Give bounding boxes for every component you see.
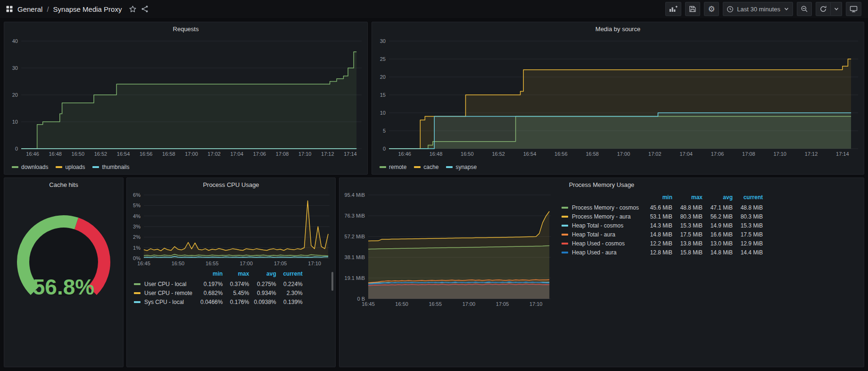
- add-panel-button[interactable]: [665, 2, 681, 16]
- navbar: General / Synapse Media Proxy ⚙ Last 30 …: [0, 0, 868, 18]
- series-label: thumbnails: [102, 164, 129, 170]
- legend-column-header-avg[interactable]: avg: [251, 270, 278, 279]
- series-color-dash: [562, 234, 568, 236]
- svg-text:2%: 2%: [133, 234, 141, 240]
- legend-column-header-min[interactable]: min: [645, 193, 675, 203]
- series-color-dash: [562, 225, 568, 227]
- panel-process-memory-usage: Process Memory Usage 0 B19.1 MiB38.1 MiB…: [339, 177, 864, 367]
- legend-column-header-current[interactable]: current: [735, 193, 765, 203]
- save-dashboard-button[interactable]: [685, 2, 700, 16]
- legend-scrollbar[interactable]: [331, 272, 333, 291]
- panel-title[interactable]: Process Memory Usage: [339, 178, 864, 191]
- legend-value-min: 12.8 MiB: [645, 248, 675, 257]
- series-label[interactable]: Process Memory - aura: [559, 212, 645, 221]
- series-label[interactable]: User CPU - remote: [132, 288, 198, 297]
- svg-text:16:58: 16:58: [162, 151, 175, 157]
- panel-title[interactable]: Process CPU Usage: [127, 178, 335, 191]
- legend-value-avg: 0.934%: [251, 288, 278, 297]
- legend-item[interactable]: synapse: [446, 164, 477, 170]
- star-icon[interactable]: [129, 5, 137, 13]
- svg-text:5%: 5%: [133, 202, 141, 208]
- media-by-source-chart[interactable]: 05101520253016:4616:4816:5016:5216:5416:…: [375, 36, 862, 158]
- panel-process-cpu-usage: Process CPU Usage 0%1%2%3%4%5%6%16:4516:…: [126, 177, 336, 367]
- svg-text:56.8%: 56.8%: [33, 275, 94, 299]
- memory-legend-table: minmaxavgcurrentProcess Memory - cosmos4…: [559, 193, 765, 257]
- legend-value-max: 0.374%: [225, 279, 251, 288]
- svg-text:17:10: 17:10: [529, 301, 543, 307]
- legend-value-avg: 0.275%: [251, 279, 278, 288]
- svg-text:16:46: 16:46: [398, 151, 411, 157]
- svg-text:16:46: 16:46: [26, 151, 39, 157]
- legend-table-row: Sys CPU - local0.0466%0.176%0.0938%0.139…: [132, 297, 305, 306]
- legend-column-header-max[interactable]: max: [675, 193, 705, 203]
- series-label[interactable]: User CPU - local: [132, 279, 198, 288]
- svg-text:6%: 6%: [133, 192, 141, 198]
- legend-value-max: 15.8 MiB: [675, 248, 705, 257]
- legend-value-max: 15.3 MiB: [675, 221, 705, 230]
- legend-table-row: Heap Total - cosmos14.3 MiB15.3 MiB14.9 …: [559, 221, 765, 230]
- legend-value-avg: 47.1 MiB: [705, 203, 735, 212]
- kiosk-mode-button[interactable]: [846, 2, 861, 16]
- svg-text:17:10: 17:10: [298, 151, 312, 157]
- panel-title[interactable]: Media by source: [372, 22, 864, 35]
- refresh-button[interactable]: [816, 2, 831, 16]
- cpu-legend-table: minmaxavgcurrentUser CPU - local0.197%0.…: [132, 270, 305, 306]
- legend-item[interactable]: remote: [380, 164, 406, 170]
- legend-table-row: Process Memory - aura53.1 MiB80.3 MiB56.…: [559, 212, 765, 221]
- refresh-interval-dropdown[interactable]: [831, 2, 842, 16]
- svg-text:30: 30: [380, 38, 386, 44]
- svg-text:4%: 4%: [133, 213, 141, 219]
- series-label[interactable]: Sys CPU - local: [132, 297, 198, 306]
- legend-value-max: 80.3 MiB: [675, 212, 705, 221]
- series-label[interactable]: Heap Used - cosmos: [559, 239, 645, 248]
- share-icon[interactable]: [141, 5, 149, 13]
- series-label: remote: [389, 164, 406, 170]
- legend-item[interactable]: thumbnails: [92, 164, 129, 170]
- legend-column-header-current[interactable]: current: [279, 270, 305, 279]
- panel-title[interactable]: Requests: [4, 22, 367, 35]
- legend-column-header-avg[interactable]: avg: [705, 193, 735, 203]
- dashboard-settings-button[interactable]: ⚙: [704, 2, 719, 16]
- panel-requests: Requests 01020304016:4616:4816:5016:5216…: [4, 22, 368, 175]
- process-memory-chart[interactable]: 0 B19.1 MiB38.1 MiB57.2 MiB76.3 MiB95.4 …: [342, 191, 554, 308]
- svg-text:17:05: 17:05: [496, 301, 509, 307]
- legend-value-avg: 16.6 MiB: [705, 230, 735, 239]
- legend-value-avg: 14.8 MiB: [705, 248, 735, 257]
- legend-label-column: [559, 193, 645, 203]
- series-label: uploads: [65, 164, 85, 170]
- legend-value-max: 0.176%: [225, 297, 251, 306]
- breadcrumb-folder[interactable]: General: [17, 5, 42, 13]
- svg-text:17:06: 17:06: [711, 151, 724, 157]
- svg-text:40: 40: [12, 38, 18, 44]
- process-cpu-chart[interactable]: 0%1%2%3%4%5%6%16:4516:5016:5517:0017:051…: [130, 191, 333, 268]
- legend-value-max: 13.8 MiB: [675, 239, 705, 248]
- series-label[interactable]: Heap Total - cosmos: [559, 221, 645, 230]
- legend-item[interactable]: downloads: [12, 164, 48, 170]
- svg-text:16:52: 16:52: [492, 151, 505, 157]
- legend-value-current: 2.30%: [279, 288, 305, 297]
- series-color-dash: [562, 252, 568, 253]
- panel-title[interactable]: Cache hits: [4, 178, 123, 191]
- requests-chart[interactable]: 01020304016:4616:4816:5016:5216:5416:561…: [7, 36, 365, 158]
- time-range-label: Last 30 minutes: [737, 6, 780, 13]
- legend-value-min: 14.8 MiB: [645, 230, 675, 239]
- legend-column-header-min[interactable]: min: [198, 270, 225, 279]
- legend-table-row: Process Memory - cosmos45.6 MiB48.8 MiB4…: [559, 203, 765, 212]
- legend-column-header-max[interactable]: max: [225, 270, 251, 279]
- svg-text:16:56: 16:56: [554, 151, 568, 157]
- legend-value-min: 0.682%: [198, 288, 225, 297]
- series-label[interactable]: Heap Total - aura: [559, 230, 645, 239]
- chevron-down-icon: [784, 6, 789, 12]
- svg-text:0: 0: [383, 146, 386, 152]
- series-color-dash: [562, 207, 568, 209]
- legend-value-current: 15.3 MiB: [735, 221, 765, 230]
- series-label: cache: [423, 164, 438, 170]
- series-label[interactable]: Process Memory - cosmos: [559, 203, 645, 212]
- dashboards-grid-icon[interactable]: [6, 5, 13, 13]
- zoom-out-button[interactable]: [797, 2, 812, 16]
- series-label[interactable]: Heap Used - aura: [559, 248, 645, 257]
- time-range-picker[interactable]: Last 30 minutes: [723, 2, 793, 16]
- legend-item[interactable]: uploads: [56, 164, 85, 170]
- breadcrumb-dashboard-title[interactable]: Synapse Media Proxy: [53, 5, 122, 13]
- legend-item[interactable]: cache: [414, 164, 438, 170]
